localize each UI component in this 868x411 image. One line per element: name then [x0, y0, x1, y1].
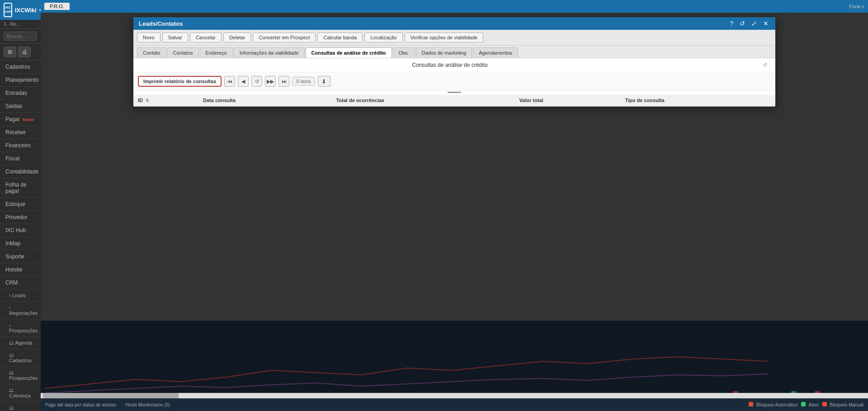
tab-endereco[interactable]: Endereço: [200, 47, 233, 58]
inner-toolbar: Imprimir relatório de consultas ⏮ ◀ ↺ ▶▶…: [133, 72, 775, 91]
calcular-banda-button[interactable]: Calcular banda: [317, 33, 363, 42]
deletar-button[interactable]: Deletar: [223, 33, 251, 42]
sidebar-item-planejamento[interactable]: Planejamento: [0, 74, 41, 87]
legend-item-2: Ativo: [801, 402, 818, 407]
status-hosts-label: Hosts Monitorados (0): [125, 402, 170, 407]
modal-title: Leads/Contatos: [139, 20, 183, 27]
print-consultas-button[interactable]: Imprimir relatório de consultas: [138, 76, 222, 87]
download-button[interactable]: ⬇: [318, 76, 330, 87]
print-icon[interactable]: 🖨: [18, 47, 31, 57]
tab-contatos[interactable]: Contatos: [167, 47, 199, 58]
sidebar-item-leads[interactable]: › Leads: [0, 290, 41, 302]
sidebar-item-prospeccoes[interactable]: › Prospecções: [0, 319, 41, 337]
sidebar-item-prospeccoes-sub[interactable]: 🗂 Prospecções: [0, 367, 41, 384]
sidebar-item-saidas[interactable]: Saídas: [0, 100, 41, 113]
sidebar-item-contabilidade[interactable]: Contabilidade: [0, 165, 41, 178]
col-data-consulta: Data consulta: [198, 95, 331, 106]
col-valor-total: Valor total: [515, 95, 621, 106]
sidebar-item-estoque[interactable]: Estoque: [0, 198, 41, 211]
sidebar-item-cobranca[interactable]: 🗂 Cobrança: [0, 384, 41, 402]
sidebar-item-provedor[interactable]: Provedor: [0, 211, 41, 224]
col-tipo-consulta: Tipo de consulta: [620, 95, 775, 106]
modal-titlebar-controls: ? ↺ ⤢ ✕: [728, 20, 770, 27]
converter-button[interactable]: Converter em Prospect: [253, 33, 316, 42]
col-total-ocorrencias: Total de ocorrências: [331, 95, 514, 106]
verificar-button[interactable]: Verificar opções de viabilidade: [405, 33, 484, 42]
refresh-button[interactable]: ↺: [738, 20, 746, 27]
table-container: ID ⇅ Data consulta Total de ocorrências: [133, 91, 775, 107]
tab-consultas-credito[interactable]: Consultas de análise de crédito: [306, 47, 392, 58]
sidebar-item-inmap[interactable]: InMap: [0, 237, 41, 250]
items-count-badge: 0 itens: [292, 77, 315, 86]
scroll-indicator: [448, 92, 461, 93]
nav-first-button[interactable]: ⏮: [224, 76, 235, 87]
top-right-info: Fone c: [849, 4, 864, 9]
consultas-table: ID ⇅ Data consulta Total de ocorrências: [133, 95, 775, 107]
scroll-indicator-area: [133, 92, 775, 93]
nav-last-button[interactable]: ⏭: [278, 76, 289, 87]
sidebar-header: IXCsoft IXCWiki ⇨: [0, 0, 41, 20]
legend-area: Bloqueio Automático Ativo Bloqueio Manua…: [749, 402, 863, 407]
close-button[interactable]: ✕: [762, 20, 770, 27]
nav-refresh-button[interactable]: ↺: [251, 76, 262, 87]
table-header-row: ID ⇅ Data consulta Total de ocorrências: [133, 95, 775, 106]
sidebar-item-suporte[interactable]: Suporte: [0, 250, 41, 263]
modal-section-title: Consultas de análise de crédito ↺: [133, 58, 775, 72]
top-bar: P.R.O. Fone c: [41, 0, 868, 13]
sidebar-item-fiscal[interactable]: Fiscal: [0, 152, 41, 165]
sidebar-item-negociacoes[interactable]: › Negociações: [0, 302, 41, 319]
top-tab-pro[interactable]: P.R.O.: [44, 3, 70, 10]
legend-item-1: Bloqueio Automático: [749, 402, 797, 407]
modal-toolbar: Novo Salvar Cancelar Deletar Converter e…: [133, 30, 775, 46]
horizontal-scrollbar[interactable]: [41, 393, 868, 398]
tab-contato[interactable]: Contato: [137, 47, 166, 58]
main-content: -10 Bloqueio Automático Ativo Bloqueio M…: [41, 13, 868, 411]
app-logo: IXCsoft: [4, 3, 12, 17]
scrollbar-thumb[interactable]: [43, 393, 179, 398]
localizacao-button[interactable]: Localização: [364, 33, 402, 42]
salvar-button[interactable]: Salvar: [162, 33, 188, 42]
status-bar: Pago até data por status de acesso Hosts…: [41, 398, 868, 411]
legend-item-3: Bloqueio Manual: [822, 402, 863, 407]
sidebar-item-pagar[interactable]: Pagar Novo!: [0, 113, 41, 126]
sidebar-item-financeiro[interactable]: Financeiro: [0, 139, 41, 152]
sidebar-item-cadastros[interactable]: Cadastros: [0, 61, 41, 74]
sort-icon-id[interactable]: ⇅: [146, 98, 149, 103]
sidebar-item-agenda[interactable]: 🗂 Agenda: [0, 337, 41, 349]
sidebar-item-marketing[interactable]: 🗂 Marketing: [0, 402, 41, 411]
tab-dados-marketing[interactable]: Dados de marketing: [416, 47, 472, 58]
sidebar-item-hotsite[interactable]: Hotsite: [0, 263, 41, 276]
sidebar-item-folha[interactable]: Folha de pagar: [0, 178, 41, 198]
col-id: ID ⇅: [133, 95, 198, 106]
nav-fast-forward-button[interactable]: ▶▶: [265, 76, 276, 87]
grid-icon[interactable]: ⊞: [4, 47, 16, 57]
search-area: [0, 29, 41, 44]
tab-obs[interactable]: Obs.: [393, 47, 415, 58]
app-name: IXCWiki: [15, 7, 37, 14]
tab-agendamentos[interactable]: Agendamentos: [473, 47, 518, 58]
user-info: 1 - No...: [0, 20, 41, 29]
modal-tabs: Contato Contatos Endereço Informações da…: [133, 46, 775, 58]
sidebar: IXCsoft IXCWiki ⇨ 1 - No... ⊞ 🖨 Cadastro…: [0, 0, 41, 411]
modal-body: Consultas de análise de crédito ↺ Imprim…: [133, 58, 775, 107]
sidebar-item-cadastros-sub[interactable]: 🗂 Cadastros: [0, 349, 41, 367]
search-input[interactable]: [4, 32, 37, 41]
nav-prev-button[interactable]: ◀: [238, 76, 249, 87]
section-refresh-icon[interactable]: ↺: [763, 62, 767, 68]
sidebar-quick-icons: ⊞ 🖨: [0, 44, 41, 61]
help-button[interactable]: ?: [728, 20, 735, 27]
top-bar-right: Fone c: [849, 4, 864, 9]
modal-titlebar: Leads/Contatos ? ↺ ⤢ ✕: [133, 17, 775, 30]
sidebar-menu: Cadastros Planejamento Entradas Saídas P…: [0, 61, 41, 411]
modal-leads-contatos: Leads/Contatos ? ↺ ⤢ ✕ Novo Salvar Cance…: [133, 17, 775, 107]
novo-button[interactable]: Novo: [137, 33, 160, 42]
tab-info-viabilidade[interactable]: Informações da viabilidade: [234, 47, 305, 58]
sidebar-item-ixchub[interactable]: IXC Hub: [0, 224, 41, 237]
sidebar-item-receber[interactable]: Receber: [0, 126, 41, 139]
sidebar-item-crm[interactable]: CRM: [0, 276, 41, 290]
cancelar-button[interactable]: Cancelar: [190, 33, 222, 42]
status-pago-label: Pago até data por status de acesso: [45, 402, 116, 407]
modal-overlay: Leads/Contatos ? ↺ ⤢ ✕ Novo Salvar Cance…: [41, 13, 868, 411]
expand-button[interactable]: ⤢: [750, 20, 758, 27]
sidebar-item-entradas[interactable]: Entradas: [0, 87, 41, 100]
